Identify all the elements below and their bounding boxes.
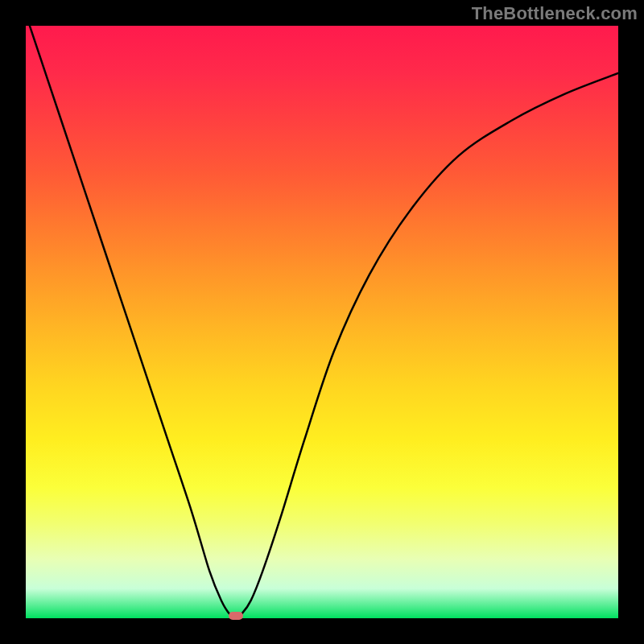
curve-svg bbox=[26, 26, 618, 618]
chart-container: TheBottleneck.com bbox=[0, 0, 644, 644]
bottleneck-curve bbox=[26, 14, 618, 617]
watermark-text: TheBottleneck.com bbox=[472, 3, 638, 24]
plot-area bbox=[26, 26, 618, 618]
minimum-marker bbox=[229, 612, 243, 620]
